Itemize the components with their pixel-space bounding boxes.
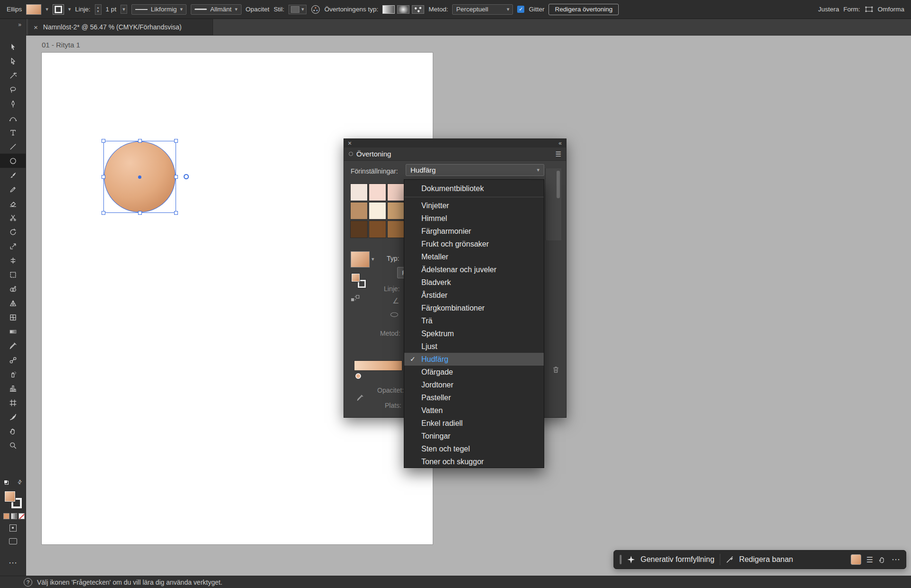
preset-menu-item[interactable]: Sten och tegel (404, 442, 544, 455)
stroke-weight-value[interactable]: 1 pt (106, 6, 117, 13)
magic-wand-tool[interactable] (0, 68, 26, 83)
preset-menu-item[interactable]: Toningar (404, 430, 544, 442)
gradient-mode-button[interactable] (11, 513, 17, 519)
stroke-weight-stepper[interactable]: ▴ ▾ (95, 4, 102, 15)
pencil-tool[interactable] (0, 182, 26, 196)
mesh-tool[interactable] (0, 310, 26, 324)
recolor-artwork-icon[interactable] (311, 5, 320, 14)
selection-bounding-box[interactable] (103, 141, 176, 213)
screen-mode-icon[interactable] (0, 538, 26, 546)
edit-path-button[interactable]: Redigera banan (739, 555, 793, 564)
gradient-tool[interactable] (0, 324, 26, 339)
gradient-preset-swatch[interactable] (369, 220, 386, 238)
free-transform-tool[interactable] (0, 267, 26, 282)
gradient-preset-swatch[interactable] (369, 202, 386, 220)
collapse-icon[interactable]: » (0, 19, 26, 28)
chevron-down-icon[interactable]: ▾ (46, 7, 48, 12)
preset-menu-item[interactable]: Dokumentbibliotek (404, 182, 544, 195)
preset-menu-item[interactable]: Bladverk (404, 276, 544, 289)
chevron-down-icon[interactable]: ▾ (68, 7, 71, 12)
fill-color-swatch[interactable] (26, 4, 41, 15)
preset-menu-item[interactable]: Ljust (404, 340, 544, 353)
color-mode-button[interactable] (3, 513, 9, 519)
stepper-down-icon[interactable]: ▾ (97, 9, 99, 13)
chevron-down-icon[interactable]: ▾ (121, 5, 127, 14)
eyedropper-tool[interactable] (0, 339, 26, 353)
selection-tool[interactable] (0, 40, 26, 54)
preset-menu-item[interactable]: Spektrum (404, 327, 544, 340)
hand-tool[interactable] (0, 424, 26, 438)
fill-swatch[interactable] (5, 491, 15, 502)
gradient-preset-swatch[interactable] (387, 220, 405, 238)
lasso-tool[interactable] (0, 83, 26, 97)
column-graph-tool[interactable] (0, 381, 26, 395)
preset-menu-item[interactable]: Himmel (404, 212, 544, 225)
reshape-label[interactable]: Omforma (878, 6, 904, 13)
selection-handle[interactable] (102, 211, 105, 215)
preset-scrollbar[interactable] (545, 168, 561, 240)
preset-menu-item[interactable]: Vinjetter (404, 199, 544, 212)
draw-mode-icon[interactable] (0, 524, 26, 533)
eraser-tool[interactable] (0, 196, 26, 211)
selection-handle[interactable] (138, 139, 142, 143)
gradient-preset-swatch[interactable] (350, 184, 368, 201)
gradient-preset-swatch[interactable] (350, 220, 368, 238)
preset-menu-item[interactable]: Vatten (404, 404, 544, 417)
presets-dropdown[interactable]: Hudfärg ▾ (406, 164, 544, 176)
gradient-preset-swatch[interactable] (350, 202, 368, 220)
more-options-icon[interactable]: ⋯ (892, 554, 900, 565)
edit-gradient-button[interactable]: Redigera övertoning (548, 4, 619, 15)
selection-handle[interactable] (174, 175, 178, 179)
artboard-tool[interactable] (0, 395, 26, 410)
scrollbar-thumb[interactable] (557, 171, 560, 198)
default-swatches-icon[interactable] (4, 480, 9, 485)
slice-tool[interactable] (0, 410, 26, 424)
brush-dropdown[interactable]: Allmänt ▾ (191, 4, 242, 15)
preset-menu-item[interactable]: Enkel radiell (404, 417, 544, 430)
style-dropdown[interactable]: ▾ (288, 5, 307, 14)
none-mode-button[interactable] (19, 513, 25, 519)
drag-handle[interactable] (620, 555, 622, 564)
properties-list-icon[interactable]: ☰ (866, 555, 873, 564)
chevron-down-icon[interactable]: ▾ (372, 257, 374, 262)
gradient-panel-tab[interactable]: Övertoning (349, 150, 391, 158)
close-icon[interactable]: × (34, 23, 38, 31)
zoom-tool[interactable] (0, 438, 26, 452)
current-color-swatch[interactable] (851, 554, 861, 565)
reverse-gradient-icon[interactable] (351, 294, 360, 303)
preset-menu-item[interactable]: ✓Hudfärg (404, 353, 544, 366)
radial-gradient-button[interactable] (397, 5, 409, 14)
preset-menu-item[interactable]: Metaller (404, 250, 544, 263)
selection-handle[interactable] (174, 211, 178, 215)
selection-handle[interactable] (102, 139, 105, 143)
stroke-style-dropdown[interactable]: Likformig ▾ (131, 4, 186, 15)
linear-gradient-button[interactable] (382, 5, 395, 14)
gradient-annotator-handle[interactable] (184, 174, 189, 179)
selection-handle[interactable] (102, 175, 105, 179)
opacity-label[interactable]: Opacitet (246, 6, 270, 13)
shape-builder-tool[interactable] (0, 282, 26, 296)
rotate-tool[interactable] (0, 225, 26, 239)
transform-box-icon[interactable] (865, 6, 874, 13)
direct-selection-tool[interactable] (0, 54, 26, 68)
preset-menu-item[interactable]: Jordtoner (404, 378, 544, 391)
eyedropper-icon[interactable] (356, 394, 364, 403)
preset-menu-item[interactable]: Färgkombinationer (404, 302, 544, 314)
selection-handle[interactable] (174, 139, 178, 143)
type-tool[interactable] (0, 125, 26, 139)
swap-fill-stroke-icon[interactable]: ⇄ (16, 478, 24, 486)
symbol-sprayer-tool[interactable] (0, 367, 26, 381)
stepper-up-icon[interactable]: ▴ (97, 6, 99, 9)
perspective-grid-tool[interactable] (0, 296, 26, 310)
gradient-preset-swatch[interactable] (387, 202, 405, 220)
more-tools-icon[interactable]: ⋯ (0, 558, 26, 568)
scale-tool[interactable] (0, 239, 26, 253)
gradient-slider[interactable] (354, 361, 402, 370)
line-segment-tool[interactable] (0, 139, 26, 154)
pen-tool[interactable] (0, 97, 26, 111)
stroke-color-swatch[interactable] (53, 4, 64, 15)
freeform-gradient-button[interactable] (412, 5, 424, 14)
preset-menu-item[interactable]: Toner och skuggor (404, 455, 544, 468)
panel-menu-icon[interactable]: ☰ (555, 150, 561, 158)
preset-menu-item[interactable]: Pasteller (404, 391, 544, 404)
